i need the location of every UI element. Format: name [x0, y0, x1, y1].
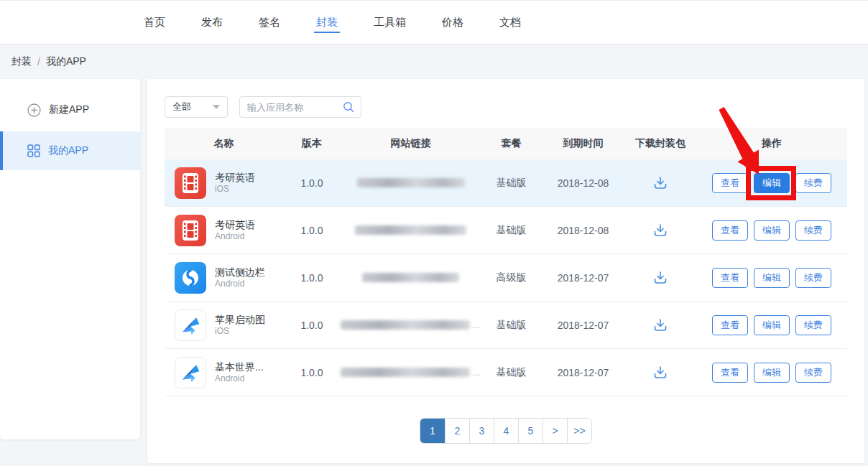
download-package-button[interactable]	[650, 220, 671, 241]
category-select[interactable]: 全部	[165, 96, 228, 118]
table-row: 测试侧边栏 Android 1.0.0 高级版 2018-12-07 查看	[165, 254, 847, 302]
plus-circle-icon	[27, 103, 41, 117]
download-package-button[interactable]	[650, 267, 671, 289]
grid-icon	[27, 144, 40, 157]
nav-item-publish[interactable]: 发布	[201, 0, 223, 45]
nav-item-home[interactable]: 首页	[144, 0, 165, 45]
app-expiry-date: 2018-12-07	[542, 272, 624, 284]
category-select-value: 全部	[172, 101, 191, 113]
view-button[interactable]: 查看	[712, 315, 748, 335]
top-nav: 首页 发布 签名 封装 工具箱 价格 文档	[0, 0, 868, 45]
app-name: 苹果启动图	[215, 313, 265, 326]
last-page-button[interactable]: >>	[567, 419, 591, 443]
sidebar-item-new-app[interactable]: 新建APP	[0, 88, 140, 131]
website-link-redacted	[341, 368, 470, 377]
ellipsis: …	[472, 368, 481, 378]
app-expiry-date: 2018-12-08	[542, 225, 624, 236]
nav-item-docs[interactable]: 文档	[499, 0, 521, 45]
app-version: 1.0.0	[283, 367, 341, 378]
column-header-plan: 套餐	[481, 137, 542, 150]
app-expiry-date: 2018-12-07	[542, 320, 624, 331]
edit-button[interactable]: 编辑	[754, 173, 790, 193]
column-header-website: 网站链接	[341, 137, 481, 150]
breadcrumb-parent[interactable]: 封装	[11, 55, 32, 68]
renew-button[interactable]: 续费	[795, 220, 831, 241]
search-icon[interactable]	[342, 101, 355, 113]
next-page-button[interactable]: >	[542, 419, 567, 443]
search-box	[239, 96, 361, 118]
app-platform: Android	[215, 279, 265, 290]
app-name: 考研英语	[215, 218, 255, 231]
download-package-button[interactable]	[650, 362, 671, 383]
app-plan: 高级版	[481, 271, 542, 284]
app-expiry-date: 2018-12-07	[542, 367, 624, 378]
page-button-5[interactable]: 5	[518, 419, 542, 443]
table-row: 考研英语 Android 1.0.0 基础版 2018-12-08 查看	[165, 207, 847, 254]
view-button[interactable]: 查看	[712, 363, 748, 383]
website-link-redacted	[357, 178, 465, 187]
column-header-actions: 操作	[696, 137, 847, 150]
breadcrumb-separator: /	[37, 56, 40, 67]
main-panel: 全部 名称 版本 网站链接 套餐 到期时间 下载封装包 操作	[147, 79, 864, 463]
website-link-redacted	[362, 273, 459, 282]
nav-item-sign[interactable]: 签名	[259, 0, 280, 45]
search-input[interactable]	[247, 102, 342, 113]
edit-button[interactable]: 编辑	[754, 315, 790, 335]
sidebar-item-label: 我的APP	[48, 144, 88, 157]
app-platform: Android	[215, 231, 255, 243]
app-version: 1.0.0	[283, 320, 341, 331]
download-package-button[interactable]	[650, 314, 671, 336]
website-link-redacted	[355, 225, 466, 235]
download-icon	[652, 223, 668, 238]
edit-button[interactable]: 编辑	[754, 268, 790, 288]
view-button[interactable]: 查看	[712, 173, 748, 193]
page-button-2[interactable]: 2	[445, 419, 469, 443]
apps-table: 名称 版本 网站链接 套餐 到期时间 下载封装包 操作	[165, 128, 847, 396]
nav-item-package[interactable]: 封装	[316, 0, 338, 45]
page-button-4[interactable]: 4	[494, 419, 518, 443]
paper-bird-app-icon	[175, 309, 206, 341]
website-link-redacted	[341, 320, 470, 330]
nav-item-pricing[interactable]: 价格	[442, 0, 463, 45]
column-header-version: 版本	[283, 137, 341, 150]
renew-button[interactable]: 续费	[795, 363, 831, 383]
app-version: 1.0.0	[283, 177, 341, 189]
page-button-1[interactable]: 1	[420, 419, 445, 443]
filter-bar: 全部	[147, 79, 864, 118]
table-header-row: 名称 版本 网站链接 套餐 到期时间 下载封装包 操作	[165, 128, 847, 159]
table-row: 考研英语 iOS 1.0.0 基础版 2018-12-08 查看	[165, 159, 847, 207]
download-icon	[652, 365, 668, 381]
app-platform: iOS	[215, 184, 255, 195]
app-name: 考研英语	[215, 171, 255, 184]
app-platform: Android	[215, 373, 264, 385]
pagination: 1 2 3 4 5 > >>	[420, 418, 592, 444]
view-button[interactable]: 查看	[712, 268, 748, 288]
view-button[interactable]: 查看	[712, 220, 748, 241]
renew-button[interactable]: 续费	[795, 268, 831, 288]
film-app-icon	[175, 167, 206, 199]
nav-item-toolbox[interactable]: 工具箱	[374, 0, 406, 45]
column-header-expiry: 到期时间	[542, 137, 624, 150]
sidebar-item-label: 新建APP	[49, 103, 89, 116]
chevron-down-icon	[213, 105, 220, 109]
table-row: 基本世界... Android 1.0.0 … 基础版 2018-12-07 查…	[165, 349, 847, 396]
app-plan: 基础版	[481, 177, 542, 190]
page-button-3[interactable]: 3	[469, 419, 494, 443]
app-version: 1.0.0	[283, 225, 341, 236]
edit-button[interactable]: 编辑	[754, 363, 790, 383]
table-row: 苹果启动图 iOS 1.0.0 … 基础版 2018-12-07 查看	[165, 302, 847, 349]
column-header-name: 名称	[165, 137, 283, 150]
column-header-download: 下载封装包	[624, 137, 696, 150]
sidebar-item-my-apps[interactable]: 我的APP	[0, 131, 140, 170]
download-icon	[652, 317, 668, 333]
edit-button[interactable]: 编辑	[754, 220, 790, 241]
sidebar: 新建APP 我的APP	[0, 79, 140, 439]
app-plan: 基础版	[481, 319, 542, 332]
renew-button[interactable]: 续费	[795, 315, 831, 335]
download-package-button[interactable]	[650, 172, 671, 194]
app-version: 1.0.0	[283, 272, 341, 284]
renew-button[interactable]: 续费	[795, 173, 831, 193]
breadcrumb: 封装 / 我的APP	[0, 45, 868, 79]
ellipsis: …	[472, 320, 481, 330]
download-icon	[652, 270, 668, 286]
